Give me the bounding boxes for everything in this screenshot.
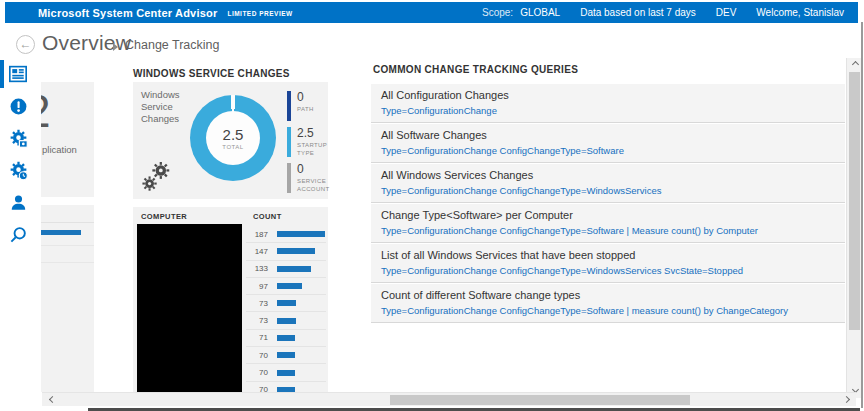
legend-swatch xyxy=(287,91,291,121)
topbar-right: Scope: GLOBAL Data based on last 7 days … xyxy=(482,7,844,18)
donut-legend: 0 PATH 2.5 STARTUP TYPE 0 SERVICE ACCOUN… xyxy=(287,91,333,193)
count-bar xyxy=(277,231,325,237)
data-range-selector[interactable]: Data based on last 7 days xyxy=(580,7,696,18)
sidebar-item-search[interactable] xyxy=(0,218,36,250)
count-value: 187 xyxy=(246,230,268,239)
partial-count-bar xyxy=(41,230,81,235)
count-bar xyxy=(277,248,315,254)
legend-swatch xyxy=(287,163,291,193)
breadcrumb-current-page: Change Tracking xyxy=(125,38,220,52)
count-value: 70 xyxy=(246,368,268,377)
column-header-computer[interactable]: COMPUTER xyxy=(141,212,187,221)
query-title: All Configuration Changes xyxy=(381,89,509,101)
back-button[interactable]: ← xyxy=(16,35,35,54)
count-value: 97 xyxy=(246,282,268,291)
section-title-queries: COMMON CHANGE TRACKING QUERIES xyxy=(373,64,578,75)
query-title: All Windows Services Changes xyxy=(381,169,533,181)
count-bar xyxy=(277,283,302,289)
welcome-user[interactable]: Welcome, Stanislav xyxy=(756,7,844,18)
divider xyxy=(41,262,94,263)
query-link[interactable]: Type=ConfigurationChange xyxy=(381,105,497,116)
count-rows: 187 147 133 97 73 73 71 70 70 70 xyxy=(246,226,326,397)
column-header-count[interactable]: COUNT xyxy=(253,212,282,221)
count-bar xyxy=(277,300,296,306)
scroll-right-icon[interactable] xyxy=(842,396,849,403)
count-value: 71 xyxy=(246,333,268,342)
sidebar-item-overview[interactable] xyxy=(0,58,36,90)
partial-tile-label: plication xyxy=(42,144,77,155)
query-list: All Configuration Changes Type=Configura… xyxy=(371,84,845,324)
count-value: 73 xyxy=(246,299,268,308)
count-value: 147 xyxy=(246,247,268,256)
legend-swatch xyxy=(287,127,291,157)
query-item[interactable]: All Software Changes Type=ConfigurationC… xyxy=(371,124,845,163)
redacted-computer-names xyxy=(137,224,242,392)
gears-icon xyxy=(142,162,174,196)
table-row[interactable]: 73 xyxy=(246,312,326,329)
sidebar-item-configuration[interactable] xyxy=(0,122,36,154)
query-item[interactable]: All Configuration Changes Type=Configura… xyxy=(371,84,845,123)
partial-tile-application[interactable]: 2 plication xyxy=(41,82,94,197)
table-row[interactable]: 187 xyxy=(246,226,326,243)
table-row[interactable]: 71 xyxy=(246,330,326,347)
service-changes-tile[interactable]: Windows Service Changes 2.5 TOTAL 0 PATH… xyxy=(133,82,328,199)
count-value: 70 xyxy=(246,351,268,360)
query-link[interactable]: Type=ConfigurationChange ConfigChangeTyp… xyxy=(381,225,758,236)
legend-entry-service-account: 0 SERVICE ACCOUNT xyxy=(287,163,333,193)
configuration-icon xyxy=(8,128,29,149)
search-icon xyxy=(9,225,28,244)
partial-tile-table[interactable] xyxy=(41,205,94,392)
legend-value: 0 xyxy=(297,91,333,103)
horizontal-scrollbar[interactable] xyxy=(42,392,856,406)
query-item[interactable]: List of all Windows Services that have b… xyxy=(371,244,845,283)
query-title: All Software Changes xyxy=(381,129,487,141)
query-title: Count of different Software change types xyxy=(381,289,580,301)
count-value: 133 xyxy=(246,264,268,273)
table-row[interactable]: 133 xyxy=(246,261,326,278)
query-link[interactable]: Type=ConfigurationChange ConfigChangeTyp… xyxy=(381,185,661,196)
query-item[interactable]: All Windows Services Changes Type=Config… xyxy=(371,164,845,203)
scope-label: Scope: xyxy=(482,7,513,18)
count-bar xyxy=(277,266,311,272)
window-edge-right xyxy=(861,22,863,408)
count-value: 73 xyxy=(246,316,268,325)
limited-preview-badge: LIMITED PREVIEW xyxy=(227,10,292,17)
legend-value: 0 xyxy=(297,163,333,175)
table-row[interactable]: 70 xyxy=(246,347,326,364)
vertical-scroll-thumb[interactable] xyxy=(849,72,860,330)
count-bar xyxy=(277,370,295,376)
environment-label[interactable]: DEV xyxy=(716,7,737,18)
horizontal-scroll-thumb[interactable] xyxy=(390,395,690,405)
account-icon xyxy=(9,193,28,212)
count-bar xyxy=(277,335,295,341)
query-item[interactable]: Change Type<Software> per Computer Type=… xyxy=(371,204,845,243)
scope-value[interactable]: GLOBAL xyxy=(520,7,560,18)
query-link[interactable]: Type=ConfigurationChange ConfigChangeTyp… xyxy=(381,145,624,156)
table-row[interactable]: 97 xyxy=(246,278,326,295)
overview-icon xyxy=(8,65,28,83)
vertical-scrollbar[interactable] xyxy=(846,58,861,398)
sidebar-item-alerts[interactable] xyxy=(0,90,36,122)
sidebar-item-account[interactable] xyxy=(0,186,36,218)
change-tracking-icon xyxy=(8,160,29,181)
table-row[interactable]: 70 xyxy=(246,364,326,381)
section-title-service-changes: WINDOWS SERVICE CHANGES xyxy=(133,68,290,79)
sidebar-item-change-tracking[interactable] xyxy=(0,154,36,186)
query-link[interactable]: Type=ConfigurationChange ConfigChangeTyp… xyxy=(381,305,788,316)
legend-value: 2.5 xyxy=(297,127,333,139)
count-bar xyxy=(277,318,296,324)
query-link[interactable]: Type=ConfigurationChange ConfigChangeTyp… xyxy=(381,265,743,276)
legend-entry-path: 0 PATH xyxy=(287,91,333,121)
scroll-up-icon[interactable] xyxy=(851,61,858,68)
query-title: List of all Windows Services that have b… xyxy=(381,249,635,261)
legend-label: PATH xyxy=(297,105,333,113)
scope-selector[interactable]: Scope: GLOBAL xyxy=(482,7,560,18)
table-row[interactable]: 73 xyxy=(246,295,326,312)
legend-label: STARTUP TYPE xyxy=(297,141,333,157)
table-row[interactable]: 147 xyxy=(246,243,326,260)
scroll-left-icon[interactable] xyxy=(48,396,55,403)
query-item[interactable]: Count of different Software change types… xyxy=(371,284,845,323)
sidebar-nav xyxy=(0,58,36,394)
partial-tile-number: 2 xyxy=(41,84,51,138)
donut-total-value: 2.5 xyxy=(223,126,244,143)
